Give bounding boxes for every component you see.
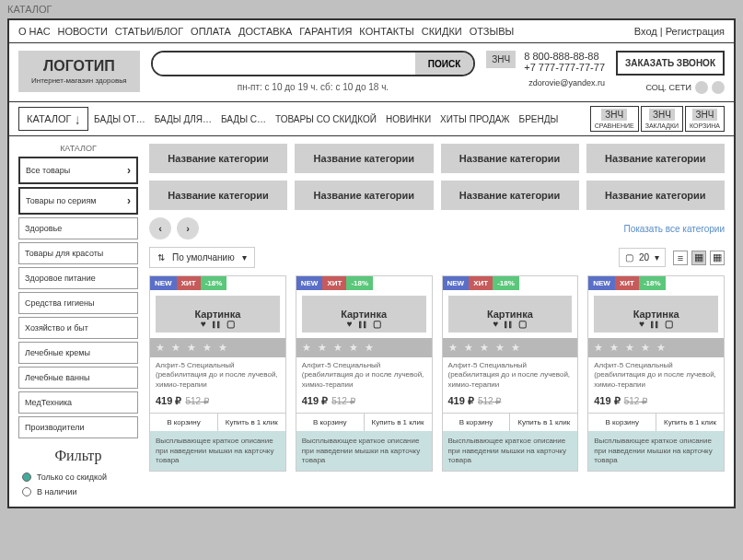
login-link[interactable]: Вход [634,26,657,37]
topnav-link[interactable]: ОПЛАТА [191,26,231,37]
register-link[interactable]: Регистрация [666,26,725,37]
sidebar-item[interactable]: Средства гигиены [18,292,138,314]
add-to-cart-button[interactable]: В корзину [588,414,656,431]
category-tile[interactable]: Название категории [149,144,287,173]
chevron-right-icon: › [127,194,131,207]
product-card[interactable]: NEWХИТ-18%Картинка♥⫿⫿▢★ ★ ★ ★ ★Алфит-5 С… [149,275,286,472]
topnav-link[interactable]: ОТЗЫВЫ [470,26,515,37]
show-all-categories[interactable]: Показать все категории [623,224,725,234]
sidebar-item-label: МедТехника [25,398,72,407]
social-icon-2[interactable] [712,81,725,94]
phone-2[interactable]: +7 777-777-77-77 [524,62,605,73]
add-to-cart-button[interactable]: В корзину [296,414,365,431]
mainnav-link[interactable]: ХИТЫ ПРОДАЖ [440,114,509,124]
view-grid-icon[interactable]: ▦ [691,251,706,265]
chevron-down-icon: ▾ [242,252,247,262]
prev-arrow[interactable]: ‹ [149,217,171,239]
quickview-icon[interactable]: ▢ [226,319,235,329]
sidebar-item[interactable]: Здоровое питание [18,267,138,289]
mainnav-link[interactable]: ТОВАРЫ СО СКИДКОЙ [275,114,377,124]
buy-one-click-button[interactable]: Купить в 1 клик [656,414,724,431]
category-grid: Название категорииНазвание категорииНазв… [149,144,725,210]
compare-icon[interactable]: ⫿⫿ [504,319,513,329]
sidebar-item[interactable]: Все товары› [18,157,138,184]
header-icon-box[interactable]: ЗНЧСРАВНЕНИЕ [590,106,639,132]
compare-icon[interactable]: ⫿⫿ [212,319,221,329]
add-to-cart-button[interactable]: В корзину [443,414,511,431]
category-tile[interactable]: Название категории [295,181,433,210]
logo-title: ЛОГОТИП [31,58,127,75]
sidebar-item[interactable]: Здоровье [18,217,138,239]
email[interactable]: zdorovie@yandex.ru [486,78,605,88]
heart-icon[interactable]: ♥ [639,319,644,329]
topnav-link[interactable]: СКИДКИ [422,26,462,37]
rating-stars: ★ ★ ★ ★ ★ [296,338,432,357]
per-page[interactable]: ▢ 20 ▾ [619,248,666,267]
product-card[interactable]: NEWХИТ-18%Картинка♥⫿⫿▢★ ★ ★ ★ ★Алфит-5 С… [587,275,725,472]
mainnav-link[interactable]: БАДЫ ОТ… [94,114,145,124]
view-tiles-icon[interactable]: ▦ [710,251,725,265]
category-tile[interactable]: Название категории [441,144,579,173]
callback-button[interactable]: ЗАКАЗАТЬ ЗВОНОК [616,51,725,76]
social-icon-1[interactable] [695,81,708,94]
topnav-link[interactable]: СТАТЬИ/БЛОГ [115,26,183,37]
product-card[interactable]: NEWХИТ-18%Картинка♥⫿⫿▢★ ★ ★ ★ ★Алфит-5 С… [442,275,579,472]
buy-one-click-button[interactable]: Купить в 1 клик [365,414,432,431]
topnav-link[interactable]: О НАС [18,26,51,37]
quickview-icon[interactable]: ▢ [518,319,527,329]
rating-stars: ★ ★ ★ ★ ★ [150,338,285,357]
mainnav-link[interactable]: НОВИНКИ [386,114,431,124]
product-tooltip: Высплывающее краткое описание при наведе… [443,431,578,471]
topnav-link[interactable]: ГАРАНТИЯ [299,26,352,37]
buy-one-click-button[interactable]: Купить в 1 клик [510,414,577,431]
header-icon-box[interactable]: ЗНЧКОРЗИНА [685,106,725,132]
header-icon-box[interactable]: ЗНЧЗАКЛАДКИ [641,106,683,132]
sidebar-item[interactable]: Хозяйство и быт [18,317,138,339]
logo[interactable]: ЛОГОТИП Интернет-магазин здоровья [18,51,140,92]
sidebar-item[interactable]: Товары по сериям› [18,187,138,215]
filter-option[interactable]: Только со скидкой [18,470,138,484]
product-name: Алфит-5 Специальный (реабилитация до и п… [150,357,285,393]
sidebar-item[interactable]: Производители [18,416,138,438]
view-list-icon[interactable]: ≡ [673,251,688,265]
category-tile[interactable]: Название категории [149,181,287,210]
phone-1[interactable]: 8 800-888-88-88 [524,51,605,62]
sidebar-item[interactable]: Товары для красоты [18,242,138,264]
view-controls: ▢ 20 ▾ ≡ ▦ ▦ [619,248,725,267]
sidebar-item[interactable]: Лечебные кремы [18,342,138,364]
sort-dropdown[interactable]: ⇅ По умолчанию ▾ [149,247,255,268]
sidebar-item-label: Здоровье [25,224,62,233]
search-input[interactable] [153,52,415,75]
compare-icon[interactable]: ⫿⫿ [358,319,367,329]
heart-icon[interactable]: ♥ [493,319,498,329]
product-buttons: В корзинуКупить в 1 клик [150,413,285,431]
product-image: Картинка♥⫿⫿▢ [448,296,573,332]
mainnav-link[interactable]: БРЕНДЫ [519,114,559,124]
mainnav-link[interactable]: БАДЫ ДЛЯ… [155,114,212,124]
category-tile[interactable]: Название категории [586,144,725,173]
catalog-button[interactable]: КАТАЛОГ ↓ [18,107,88,131]
buy-one-click-button[interactable]: Купить в 1 клик [218,414,285,431]
topnav-link[interactable]: КОНТАКТЫ [359,26,413,37]
compare-icon[interactable]: ⫿⫿ [650,319,659,329]
add-to-cart-button[interactable]: В корзину [150,414,218,431]
sidebar-item[interactable]: Лечебные ванны [18,367,138,389]
filter-option[interactable]: В наличии [18,484,138,499]
category-tile[interactable]: Название категории [295,144,433,173]
category-tile[interactable]: Название категории [586,181,725,210]
quickview-icon[interactable]: ▢ [373,319,381,329]
phones: ЗНЧ 8 800-888-88-88 +7 777-777-77-77 zdo… [486,51,605,88]
mainnav-link[interactable]: БАДЫ С… [221,114,266,124]
search-button[interactable]: ПОИСК [415,52,473,75]
heart-icon[interactable]: ♥ [201,319,206,329]
next-arrow[interactable]: › [177,217,199,239]
topnav-link[interactable]: НОВОСТИ [58,26,108,37]
topnav-link[interactable]: ДОСТАВКА [238,26,292,37]
product-card[interactable]: NEWХИТ-18%Картинка♥⫿⫿▢★ ★ ★ ★ ★Алфит-5 С… [296,275,433,472]
quickview-icon[interactable]: ▢ [665,319,673,329]
social-label: СОЦ. СЕТИ [646,83,691,92]
sidebar-item[interactable]: МедТехника [18,391,138,414]
filter-label: В наличии [37,487,77,496]
heart-icon[interactable]: ♥ [347,319,353,329]
category-tile[interactable]: Название категории [441,181,579,210]
